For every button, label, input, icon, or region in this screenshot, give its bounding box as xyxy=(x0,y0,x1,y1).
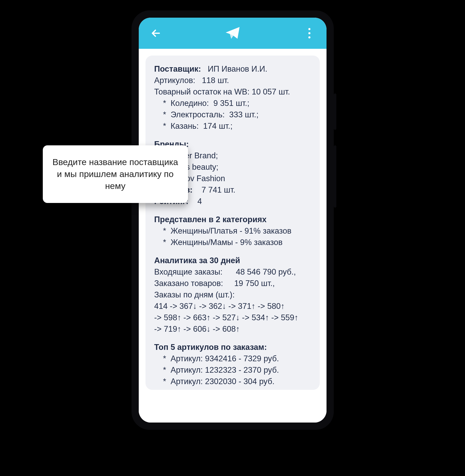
rating-value: 4 xyxy=(197,197,202,206)
telegram-logo xyxy=(164,25,302,42)
supplier-label: Поставщик: xyxy=(154,64,201,73)
ordered-value: 19 750 шт., xyxy=(234,279,275,288)
telegram-topbar xyxy=(139,18,327,49)
analytics-heading: Аналитика за 30 дней xyxy=(154,255,311,266)
top-heading: Топ 5 артикулов по заказам: xyxy=(154,342,311,353)
warehouse-item: * Коледино: 9 351 шт.; xyxy=(154,98,311,109)
incoming-value: 48 546 790 руб., xyxy=(236,267,296,276)
arrow-left-icon xyxy=(151,28,161,38)
stock-row: Товарный остаток на WB: 10 057 шт. xyxy=(154,86,311,98)
message-bubble: Поставщик: ИП Иванов И.И. Артикулов: 118… xyxy=(145,56,320,390)
incoming-row: Входящие заказы: 48 546 790 руб., xyxy=(154,266,311,278)
warehouse-item: * Казань: 174 шт.; xyxy=(154,120,311,132)
chat-area: Поставщик: ИП Иванов И.И. Артикулов: 118… xyxy=(139,49,327,423)
daily-label: Заказы по дням (шт.): xyxy=(154,289,311,301)
stage: Поставщик: ИП Иванов И.И. Артикулов: 118… xyxy=(38,10,427,430)
phone-frame: Поставщик: ИП Иванов И.И. Артикулов: 118… xyxy=(131,10,334,430)
menu-button[interactable] xyxy=(302,28,317,38)
categories-section: Представлен в 2 категориях * Женщины/Пла… xyxy=(154,214,311,248)
daily-line: -> 719↑ -> 606↓ -> 608↑ xyxy=(154,323,311,335)
incoming-label: Входящие заказы: xyxy=(154,267,223,276)
ordered-row: Заказано товаров: 19 750 шт., xyxy=(154,278,311,289)
top-item: * Артикул: 1232323 - 2370 руб. xyxy=(154,364,311,376)
categories-heading: Представлен в 2 категориях xyxy=(154,214,311,225)
supplier-name: ИП Иванов И.И. xyxy=(208,64,267,73)
tooltip-callout: Введите название поставщика и мы пришлем… xyxy=(43,145,188,203)
analytics-section: Аналитика за 30 дней Входящие заказы: 48… xyxy=(154,255,311,335)
articles-row: Артикулов: 118 шт. xyxy=(154,75,311,86)
supplier-row: Поставщик: ИП Иванов И.И. xyxy=(154,63,311,75)
top-section: Топ 5 артикулов по заказам: * Артикул: 9… xyxy=(154,342,311,387)
phone-screen: Поставщик: ИП Иванов И.И. Артикулов: 118… xyxy=(139,18,327,423)
more-vertical-icon xyxy=(308,28,310,38)
daily-line: -> 598↑ -> 663↑ -> 527↓ -> 534↑ -> 559↑ xyxy=(154,312,311,323)
top-item: * Артикул: 9342416 - 7329 руб. xyxy=(154,353,311,364)
articles-label: Артикулов: xyxy=(154,76,195,85)
back-button[interactable] xyxy=(148,28,164,38)
stock-label: Товарный остаток на WB: xyxy=(154,87,250,96)
category-item: * Женщины/Платья - 91% заказов xyxy=(154,225,311,237)
reviews-value: 7 741 шт. xyxy=(202,185,235,194)
tooltip-text: Введите название поставщика и мы пришлем… xyxy=(52,157,178,191)
daily-line: 414 -> 367↓ -> 362↓ -> 371↑ -> 580↑ xyxy=(154,301,311,312)
ordered-label: Заказано товаров: xyxy=(154,279,223,288)
stock-value: 10 057 шт. xyxy=(252,87,290,96)
paper-plane-icon xyxy=(224,25,241,42)
category-item: * Женщины/Мамы - 9% заказов xyxy=(154,237,311,248)
articles-value: 118 шт. xyxy=(202,76,229,85)
warehouse-item: * Электросталь: 333 шт.; xyxy=(154,109,311,120)
top-item: * Артикул: 2302030 - 304 руб. xyxy=(154,376,311,387)
